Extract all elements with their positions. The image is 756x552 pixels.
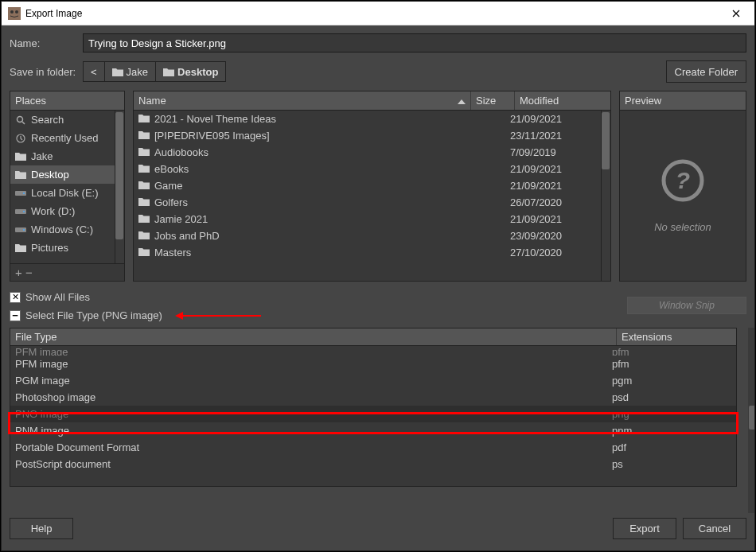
place-item[interactable]: Local Disk (E:) xyxy=(10,184,124,202)
disk-icon xyxy=(15,206,26,217)
export-button[interactable]: Export xyxy=(613,518,676,539)
file-list-panel: Name Size Modified 2021 - Novel Theme Id… xyxy=(133,91,611,282)
filetype-row[interactable]: PFM imagepfm xyxy=(10,346,736,356)
svg-point-11 xyxy=(23,229,25,231)
close-button[interactable] xyxy=(718,2,754,25)
places-header: Places xyxy=(10,91,124,111)
places-panel: Places SearchRecently UsedJakeDesktopLoc… xyxy=(10,91,125,282)
column-header-extensions[interactable]: Extensions xyxy=(617,328,736,345)
svg-point-3 xyxy=(18,116,23,122)
place-item[interactable]: Recently Used xyxy=(10,129,124,147)
preview-panel: Preview ? No selection xyxy=(619,91,746,282)
svg-point-2 xyxy=(15,10,18,14)
place-item[interactable]: Search xyxy=(10,111,124,129)
folder-icon xyxy=(138,130,150,142)
window-title: Export Image xyxy=(25,8,718,19)
filetype-row[interactable]: PNG imagepng xyxy=(10,406,736,422)
filetype-row[interactable]: PFM imagepfm xyxy=(10,356,736,372)
places-footer[interactable]: + − xyxy=(10,263,124,281)
folder-icon xyxy=(138,163,150,175)
svg-text:?: ? xyxy=(676,167,690,193)
preview-header: Preview xyxy=(620,91,746,111)
place-item[interactable]: Work (D:) xyxy=(10,202,124,220)
folder-icon xyxy=(138,146,150,158)
file-row[interactable]: Game21/09/2021 xyxy=(134,177,610,194)
folder-icon xyxy=(15,169,26,181)
folder-icon xyxy=(138,113,150,125)
search-icon xyxy=(15,115,26,126)
breadcrumb-item[interactable]: Desktop xyxy=(156,61,226,82)
svg-rect-0 xyxy=(8,7,21,20)
file-row[interactable]: Masters27/10/2020 xyxy=(134,244,610,261)
svg-point-7 xyxy=(23,192,25,194)
file-row[interactable]: 2021 - Novel Theme Ideas21/09/2021 xyxy=(134,111,610,127)
column-header-size[interactable]: Size xyxy=(471,91,515,110)
name-input[interactable] xyxy=(83,33,746,52)
cancel-button[interactable]: Cancel xyxy=(683,518,746,539)
breadcrumb-item[interactable]: Jake xyxy=(105,61,156,82)
app-icon xyxy=(8,7,21,20)
filetype-row[interactable]: Photoshop imagepsd xyxy=(10,389,736,406)
folder-label: Save in folder: xyxy=(10,66,83,78)
folder-icon xyxy=(138,230,150,242)
place-item[interactable]: Pictures xyxy=(10,239,124,257)
file-row[interactable]: [PIPEDRIVE095 Images]23/11/2021 xyxy=(134,127,610,144)
folder-icon xyxy=(138,196,150,208)
question-icon: ? xyxy=(661,158,705,205)
places-scrollbar[interactable] xyxy=(115,111,124,263)
file-row[interactable]: Jamie 202121/09/2021 xyxy=(134,211,610,227)
disk-icon xyxy=(15,224,26,235)
column-header-modified[interactable]: Modified xyxy=(515,91,610,110)
recent-icon xyxy=(15,133,26,144)
preview-text: No selection xyxy=(654,221,711,233)
folder-icon xyxy=(138,247,150,259)
svg-point-9 xyxy=(23,211,25,212)
sort-asc-icon xyxy=(458,95,466,107)
folder-icon xyxy=(15,243,26,254)
filetype-row[interactable]: PNM imagepnm xyxy=(10,422,736,439)
minus-icon: − xyxy=(10,310,21,321)
filetype-row[interactable]: Portable Document Formatpdf xyxy=(10,439,736,456)
file-type-panel: File Type Extensions PFM imagepfmPFM ima… xyxy=(10,328,737,487)
svg-line-4 xyxy=(22,122,25,124)
name-label: Name: xyxy=(10,37,83,49)
place-item[interactable]: Desktop xyxy=(10,165,124,184)
file-row[interactable]: eBooks21/09/2021 xyxy=(134,161,610,177)
filetype-row[interactable]: PGM imagepgm xyxy=(10,372,736,389)
annotation-arrow xyxy=(181,315,261,317)
breadcrumb-back[interactable]: < xyxy=(83,61,105,82)
folder-icon xyxy=(15,151,26,162)
column-header-filetype[interactable]: File Type xyxy=(10,328,617,345)
filelist-scrollbar[interactable] xyxy=(601,111,610,281)
file-row[interactable]: Audiobooks7/09/2019 xyxy=(134,144,610,161)
file-row[interactable]: Golfers26/07/2020 xyxy=(134,194,610,211)
breadcrumb: <JakeDesktop xyxy=(83,61,226,82)
titlebar: Export Image xyxy=(2,2,754,25)
help-button[interactable]: Help xyxy=(10,518,73,539)
place-item[interactable]: Windows (C:) xyxy=(10,220,124,239)
place-item[interactable]: Jake xyxy=(10,147,124,165)
checkbox-icon: ✕ xyxy=(10,292,21,303)
create-folder-button[interactable]: Create Folder xyxy=(666,60,746,83)
folder-icon xyxy=(138,180,150,192)
column-header-name[interactable]: Name xyxy=(134,91,471,110)
disk-icon xyxy=(15,188,26,199)
window-snip-overlay: Window Snip xyxy=(627,297,746,314)
folder-icon xyxy=(138,213,150,225)
filetype-scrollbar[interactable] xyxy=(748,328,754,513)
file-row[interactable]: Jobs and PhD23/09/2020 xyxy=(134,227,610,244)
svg-point-1 xyxy=(10,10,14,14)
filetype-row[interactable]: PostScript documentps xyxy=(10,456,736,472)
